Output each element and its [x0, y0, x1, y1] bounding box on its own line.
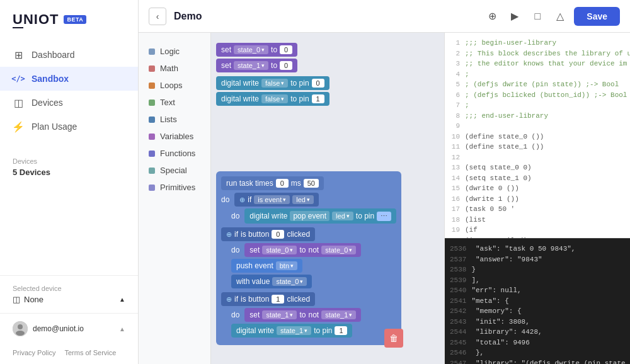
user-email: demo@uniot.io: [33, 324, 84, 333]
delete-button[interactable]: 🗑: [384, 329, 403, 348]
line-content: (dwrite 0 ()): [465, 183, 524, 194]
ms-input[interactable]: 50: [304, 179, 319, 188]
state1-val-dropdown[interactable]: state_1: [321, 310, 356, 319]
if-event-block[interactable]: ⊕ if is event led: [234, 193, 319, 207]
dw2-label: digital write: [249, 212, 287, 220]
variables-dot: [149, 134, 155, 140]
pin-input-2[interactable]: ⋯: [377, 212, 391, 221]
palette-functions[interactable]: Functions: [139, 145, 210, 162]
run-task-block[interactable]: run task times 0 ms 50: [221, 176, 324, 190]
terms-link[interactable]: Terms of Service: [64, 349, 116, 356]
sidebar-item-dashboard[interactable]: ⊞ Dashboard: [0, 43, 138, 67]
state1-dropdown[interactable]: state_1: [234, 61, 268, 70]
false-dropdown[interactable]: false: [261, 79, 288, 88]
state1-val-dropdown2[interactable]: state_1: [277, 326, 311, 335]
digital-write-block[interactable]: digital write false to pin 0: [216, 76, 329, 90]
selected-device-value[interactable]: ◫ None ▲: [13, 295, 125, 304]
dw-state1-block[interactable]: digital write state_1 to pin 1: [231, 324, 352, 338]
to-label3: to: [299, 310, 306, 319]
set-state1-not-block[interactable]: set state_1 to not state_1: [244, 308, 361, 322]
line-number: 7: [445, 100, 465, 111]
trash-icon: 🗑: [389, 333, 398, 343]
do-label4: do: [231, 310, 239, 319]
is-event-dropdown[interactable]: is event: [254, 195, 290, 204]
if-button1-block[interactable]: ⊕ if is button 1 clicked: [221, 292, 315, 306]
play-icon[interactable]: ▶: [508, 10, 521, 23]
console-line: 2545 "total": 9496: [450, 338, 625, 348]
task-times-input[interactable]: 0: [276, 179, 289, 188]
lists-dot: [149, 117, 155, 123]
line-number: 14: [445, 173, 465, 184]
to-pin-label: to pin: [290, 79, 309, 88]
sidebar-item-plan[interactable]: ⚡ Plan Usage: [0, 115, 138, 139]
state0-dropdown[interactable]: state_0: [234, 45, 268, 54]
set-block[interactable]: set state_0 to 0: [216, 43, 297, 57]
dw-pop-event-block[interactable]: digital write pop event led to pin ⋯: [244, 208, 396, 224]
back-button[interactable]: ‹: [149, 8, 166, 25]
set-state0-not-block[interactable]: set state_0 to not state_0: [244, 243, 361, 257]
console-line: 2538}: [450, 264, 625, 275]
push-event-block[interactable]: push event btn: [231, 259, 302, 273]
line-content: ; (defjs dwrite (pin state)) ;-> Bool: [465, 79, 624, 90]
led-dropdown-2[interactable]: led: [332, 212, 353, 220]
do-label3: do: [231, 246, 239, 254]
line-content: ;;; begin-user-library: [465, 38, 561, 48]
set-label2: set: [249, 246, 260, 254]
palette-text[interactable]: Text: [139, 94, 210, 111]
state0-val-dropdown2[interactable]: state_0: [272, 277, 307, 286]
with-value-block[interactable]: with value state_0: [231, 275, 312, 288]
val-input-1[interactable]: 0: [280, 61, 292, 70]
ms-label: ms: [291, 179, 301, 188]
palette-lists[interactable]: Lists: [139, 111, 210, 128]
special-dot: [149, 168, 155, 174]
sidebar-item-devices[interactable]: ◫ Devices: [0, 91, 138, 115]
sidebar-item-sandbox[interactable]: </> Sandbox: [0, 67, 138, 91]
grid-icon[interactable]: ⊕: [486, 10, 498, 23]
btn-id-input2[interactable]: 1: [272, 295, 284, 304]
state0-dropdown2[interactable]: state_0: [262, 246, 297, 254]
devices-count: 5 Devices: [13, 168, 125, 177]
pin-input[interactable]: 0: [312, 79, 324, 88]
led-dropdown[interactable]: led: [292, 195, 314, 204]
palette-primitives[interactable]: Primitives: [139, 179, 210, 196]
run-task-group[interactable]: run task times 0 ms 50 do ⊕ if is event: [216, 171, 401, 345]
console-line: 2547 "library": "(defjs dwrite (pin stat…: [450, 358, 625, 365]
palette-logic[interactable]: Logic: [139, 43, 210, 60]
pin-input-1[interactable]: 1: [312, 94, 324, 103]
code-line: 18(list: [445, 215, 630, 225]
palette-special[interactable]: Special: [139, 162, 210, 179]
privacy-policy-link[interactable]: Privacy Policy: [13, 349, 55, 356]
code-panel: 1;;; begin-user-library2;; This block de…: [444, 33, 630, 364]
console-panel[interactable]: 2536 "ask": "task 0 50 9843",2537 "answe…: [445, 238, 630, 364]
if-button0-block[interactable]: ⊕ if is button 0 clicked: [221, 227, 315, 241]
if-label3: if: [234, 295, 238, 304]
false-dropdown-1[interactable]: false: [261, 94, 288, 103]
code-editor[interactable]: 1;;; begin-user-library2;; This block de…: [445, 33, 630, 238]
block-set-state0[interactable]: set state_0 to 0 set state_1 to 0: [216, 43, 329, 108]
block-canvas[interactable]: set state_0 to 0 set state_1 to 0: [211, 33, 444, 364]
line-number: 12: [445, 152, 465, 163]
line-content: (list: [465, 215, 491, 225]
plan-icon: ⚡: [13, 121, 24, 132]
set-block-1[interactable]: set state_1 to 0: [216, 59, 297, 72]
not-label2: not: [308, 310, 319, 319]
btn-dropdown[interactable]: btn: [276, 261, 297, 270]
state1-dropdown2[interactable]: state_1: [262, 310, 297, 319]
main-content: ‹ Demo ⊕ ▶ □ △ Save Logic Math Loops: [139, 0, 630, 364]
code-line: 14(setq state_1 0): [445, 173, 630, 184]
user-info: demo@uniot.io: [13, 321, 84, 336]
console-line-number: 2539: [450, 276, 466, 284]
palette-loops[interactable]: Loops: [139, 77, 210, 94]
state0-val-dropdown[interactable]: state_0: [321, 246, 356, 254]
pin-input-3[interactable]: 1: [335, 326, 347, 335]
console-line-content: "memory": {: [471, 307, 521, 315]
palette-variables[interactable]: Variables: [139, 128, 210, 145]
btn-id-input[interactable]: 0: [272, 230, 284, 239]
alert-icon[interactable]: △: [554, 10, 566, 23]
palette-math[interactable]: Math: [139, 60, 210, 77]
line-number: 5: [445, 79, 465, 90]
val-input[interactable]: 0: [280, 45, 292, 54]
stop-icon[interactable]: □: [531, 10, 544, 23]
save-button[interactable]: Save: [574, 7, 620, 26]
digital-write-block-1[interactable]: digital write false to pin 1: [216, 92, 329, 106]
